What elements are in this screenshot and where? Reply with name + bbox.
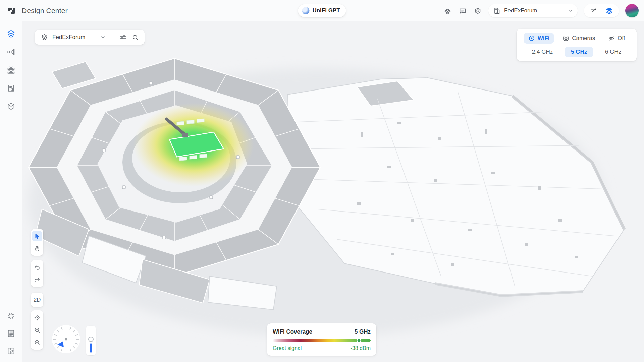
signal-gradient-bar[interactable] xyxy=(273,339,371,342)
sidebar-item-devices[interactable] xyxy=(6,65,16,75)
mode-wifi-button[interactable]: WiFi xyxy=(524,33,554,44)
mode-cameras-label: Cameras xyxy=(572,35,595,42)
avatar[interactable] xyxy=(625,4,639,17)
redo-button[interactable] xyxy=(32,275,42,285)
topbar-right: FedExForum xyxy=(443,0,639,21)
app-logo-icon xyxy=(7,6,16,15)
band-5ghz-button[interactable]: 5 GHz xyxy=(565,47,593,57)
floorplan-selector-value[interactable]: FedExForum xyxy=(52,34,85,41)
signal-quality-label: Great signal xyxy=(273,345,351,351)
zoom-out-button[interactable] xyxy=(32,337,42,348)
band-row: 2.4 GHz 5 GHz 6 GHz xyxy=(520,45,633,58)
building-icon xyxy=(493,7,501,15)
mode-off-button[interactable]: Off xyxy=(603,33,630,44)
wifi-coverage-card: WiFi Coverage 5 GHz Great signal -38 dBm xyxy=(267,323,376,356)
settings-nut-icon[interactable] xyxy=(473,6,482,15)
dimension-toggle: 2D xyxy=(31,293,43,307)
2d-mode-label: 2D xyxy=(34,297,41,303)
floorplan-toolbar: FedExForum xyxy=(35,30,145,45)
search-icon[interactable] xyxy=(131,33,139,41)
chevron-down-icon[interactable] xyxy=(101,35,105,40)
page-title: Design Center xyxy=(22,7,68,15)
site-selector-dropdown[interactable]: FedExForum xyxy=(488,4,578,17)
left-sidebar xyxy=(0,21,22,362)
chevron-down-icon xyxy=(568,8,573,13)
sidebar-item-topology[interactable] xyxy=(6,47,16,57)
locate-button[interactable] xyxy=(32,312,42,323)
tilt-fill xyxy=(90,343,92,353)
wifi-ap-icon xyxy=(528,35,535,42)
visibility-panel: WiFi Cameras Off 2.4 GHz xyxy=(517,29,637,61)
camera-icon xyxy=(562,35,569,42)
floors-layers-icon xyxy=(40,33,48,41)
design-canvas: FedExForum WiFi xyxy=(22,21,644,362)
layers-icon[interactable] xyxy=(605,6,613,15)
feedback-icon[interactable] xyxy=(458,6,467,15)
sidebar-bottom xyxy=(6,311,16,356)
gpt-button-label: UniFi GPT xyxy=(312,7,340,14)
settings-gear-icon[interactable] xyxy=(6,311,16,321)
coverage-band: 5 GHz xyxy=(355,328,371,335)
zoom-in-button[interactable] xyxy=(32,325,42,335)
band-6ghz-button[interactable]: 6 GHz xyxy=(599,47,627,57)
sidebar-item-quote[interactable] xyxy=(6,83,16,93)
sidebar-item-3d-model[interactable] xyxy=(6,101,16,111)
mode-row: WiFi Cameras Off xyxy=(520,32,633,45)
signal-marker-dot[interactable] xyxy=(357,338,361,343)
filter-sliders-icon[interactable] xyxy=(119,33,127,41)
2d-mode-button[interactable]: 2D xyxy=(32,295,42,305)
floorplan-icon[interactable] xyxy=(6,346,16,356)
site-selector-value: FedExForum xyxy=(504,7,565,14)
mode-wifi-label: WiFi xyxy=(538,35,550,42)
coverage-title: WiFi Coverage xyxy=(273,328,355,335)
magic-wand-icon[interactable] xyxy=(589,6,598,15)
top-bar: Design Center UniFi GPT xyxy=(0,0,644,21)
gpt-globe-icon xyxy=(302,7,309,14)
tilt-handle[interactable] xyxy=(88,337,94,342)
undo-button[interactable] xyxy=(32,262,42,273)
history-tools xyxy=(31,260,43,287)
eye-off-icon xyxy=(608,35,615,42)
mode-cameras-button[interactable]: Cameras xyxy=(558,33,600,44)
pointer-tools xyxy=(31,229,43,256)
list-clipboard-icon[interactable] xyxy=(6,328,16,339)
unifi-gpt-button[interactable]: UniFi GPT xyxy=(298,4,346,17)
select-cursor-button[interactable] xyxy=(32,231,42,241)
pan-hand-button[interactable] xyxy=(32,243,42,254)
sidebar-item-design[interactable] xyxy=(6,29,16,39)
signal-strength-value: -38 dBm xyxy=(351,345,371,351)
zoom-tools xyxy=(31,310,43,350)
floorplan-3d-view[interactable] xyxy=(22,21,644,362)
divider xyxy=(112,34,112,41)
mode-off-label: Off xyxy=(618,35,625,42)
brand: Design Center xyxy=(7,6,68,15)
topbar-actions xyxy=(584,4,619,17)
rotation-compass[interactable] xyxy=(51,324,81,354)
support-icon[interactable] xyxy=(443,6,452,15)
tilt-slider[interactable] xyxy=(86,326,96,355)
band-2-4ghz-button[interactable]: 2.4 GHz xyxy=(526,47,559,57)
